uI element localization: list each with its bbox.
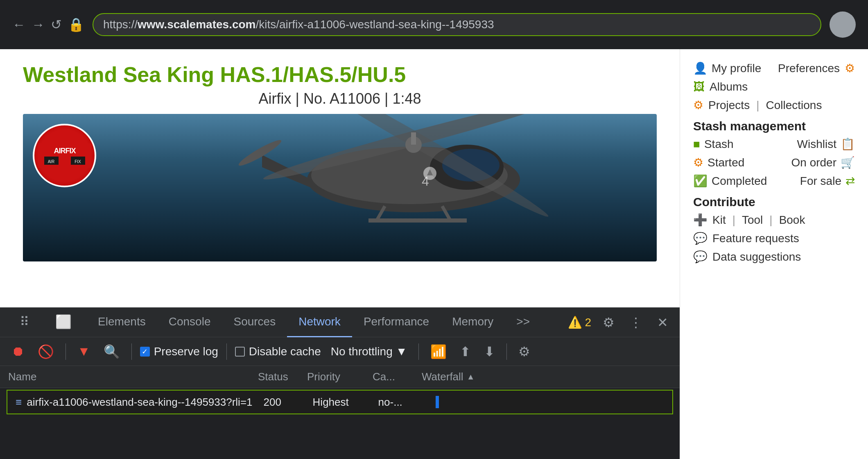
tab-performance-label: Performance xyxy=(364,315,429,328)
svg-text:AIR: AIR xyxy=(47,159,54,164)
wishlist-item: Wishlist 📋 xyxy=(797,137,855,151)
on-order-icon: 🛒 xyxy=(841,156,855,169)
tab-more-label: >> xyxy=(516,315,530,328)
svg-rect-14 xyxy=(411,132,416,145)
albums-item[interactable]: 🖼 Albums xyxy=(693,77,855,96)
throttle-arrow: ▼ xyxy=(396,345,407,358)
search-button[interactable]: 🔍 xyxy=(100,342,123,361)
user-icon: 👤 xyxy=(693,61,708,75)
url-bold-domain: www.scalemates.com xyxy=(138,18,255,31)
wishlist-icon: 📋 xyxy=(841,137,855,151)
on-order-link[interactable]: On order xyxy=(791,156,837,169)
table-row[interactable]: ≡ airfix-a11006-westland-sea-king--14959… xyxy=(7,390,673,414)
avatar[interactable] xyxy=(830,11,856,38)
toolbar-separator-1 xyxy=(66,343,66,360)
albums-icon: 🖼 xyxy=(693,80,705,93)
tab-memory[interactable]: Memory xyxy=(441,308,505,337)
feature-requests-icon: 💬 xyxy=(693,232,708,245)
devtools-settings-button[interactable]: ⚙ xyxy=(599,313,618,332)
for-sale-link[interactable]: For sale xyxy=(800,175,841,188)
warning-count: 2 xyxy=(585,316,591,329)
preserve-log-checkbox[interactable]: ✓ xyxy=(140,347,150,357)
clear-button[interactable]: 🚫 xyxy=(34,342,57,361)
forward-button[interactable]: → xyxy=(32,17,45,32)
completed-link[interactable]: Completed xyxy=(712,175,767,188)
my-profile-link[interactable]: My profile xyxy=(712,62,761,75)
started-item: ⚙ Started xyxy=(693,156,744,169)
page-header: Westland Sea King HAS.1/HAS.5/HU.5 Airfi… xyxy=(0,49,680,114)
contribute-plus-icon: ➕ xyxy=(693,213,708,227)
device-icon: ⬜ xyxy=(55,314,72,329)
table-header: Name Status Priority Ca... Waterfall ▲ xyxy=(0,366,680,388)
col-header-waterfall: Waterfall ▲ xyxy=(422,370,671,383)
airfix-logo: AIRFIX AIR FIX xyxy=(33,124,96,187)
tab-elements[interactable]: Elements xyxy=(86,308,157,337)
tab-more[interactable]: >> xyxy=(505,308,541,337)
stash-item: ■ Stash xyxy=(693,138,734,151)
devtools-toolbar: ⏺ 🚫 ▼ 🔍 ✓ Preserve log Disable cache xyxy=(0,337,680,366)
tab-console[interactable]: Console xyxy=(157,308,222,337)
disable-cache-checkbox[interactable] xyxy=(235,347,245,357)
tab-selector[interactable]: ⠿ xyxy=(8,308,44,337)
warning-icon: ⚠️ xyxy=(568,316,582,329)
network-settings-button[interactable]: ⚙ xyxy=(515,342,533,361)
filter-button[interactable]: ▼ xyxy=(74,342,94,361)
feature-requests-item[interactable]: 💬 Feature requests xyxy=(693,229,855,248)
completed-item: ✅ Completed xyxy=(693,174,767,188)
feature-requests-link: Feature requests xyxy=(712,232,799,245)
refresh-button[interactable]: ↺ xyxy=(51,17,62,32)
throttle-dropdown[interactable]: No throttling ▼ xyxy=(328,343,411,360)
selector-icon: ⠿ xyxy=(20,314,29,329)
record-button[interactable]: ⏺ xyxy=(8,342,28,361)
kit-link[interactable]: Kit xyxy=(712,214,726,227)
started-link[interactable]: Started xyxy=(708,156,744,169)
stash-wishlist-row: ■ Stash Wishlist 📋 xyxy=(693,135,855,153)
address-bar[interactable]: https://www.scalemates.com/kits/airfix-a… xyxy=(93,13,821,36)
tab-device[interactable]: ⬜ xyxy=(44,308,86,337)
back-button[interactable]: ← xyxy=(12,17,25,32)
tab-network-label: Network xyxy=(298,315,341,328)
tab-performance[interactable]: Performance xyxy=(352,308,441,337)
stash-link[interactable]: Stash xyxy=(704,138,734,151)
svg-text:AIRFIX: AIRFIX xyxy=(54,147,76,155)
preferences-row: Preferences ⚙ xyxy=(778,61,855,75)
devtools-close-button[interactable]: ✕ xyxy=(654,313,671,332)
security-icon: 🔒 xyxy=(68,17,84,32)
tool-link[interactable]: Tool xyxy=(742,214,763,227)
contribute-kit-item: ➕ Kit | Tool | Book xyxy=(693,211,855,229)
collections-link: Collections xyxy=(766,99,822,112)
tab-sources[interactable]: Sources xyxy=(222,308,287,337)
tab-elements-label: Elements xyxy=(98,315,146,328)
col-header-priority: Priority xyxy=(307,370,373,383)
wishlist-link[interactable]: Wishlist xyxy=(797,138,836,151)
devtools-more-button[interactable]: ⋮ xyxy=(626,313,646,332)
data-suggestions-icon: 💬 xyxy=(693,250,708,264)
book-link[interactable]: Book xyxy=(779,214,805,227)
preferences-link[interactable]: Preferences xyxy=(778,62,840,75)
hero-image: AIRFIX AIR FIX xyxy=(23,114,657,261)
stash-management-title: Stash management xyxy=(693,114,855,135)
gear-icon: ⚙ xyxy=(845,61,855,75)
col-header-name: Name xyxy=(8,370,258,383)
devtools-panel: ⠿ ⬜ Elements Console Sources N xyxy=(0,307,680,459)
upload-button[interactable]: ⬆ xyxy=(457,342,474,361)
row-cache: no-... xyxy=(378,396,427,409)
throttle-label: No throttling xyxy=(331,345,393,358)
wifi-button[interactable]: 📶 xyxy=(427,342,450,361)
url-text: https://www.scalemates.com/kits/airfix-a… xyxy=(103,18,494,31)
main-content: Westland Sea King HAS.1/HAS.5/HU.5 Airfi… xyxy=(0,49,868,459)
sort-arrow-icon: ▲ xyxy=(467,372,475,382)
download-button[interactable]: ⬇ xyxy=(481,342,498,361)
data-suggestions-link: Data suggestions xyxy=(712,250,801,264)
completed-forsale-row: ✅ Completed For sale ⇄ xyxy=(693,172,855,190)
projects-collections-item[interactable]: ⚙ Projects | Collections xyxy=(693,96,855,114)
browser-chrome: ← → ↺ 🔒 https://www.scalemates.com/kits/… xyxy=(0,0,868,49)
disable-cache-label[interactable]: Disable cache xyxy=(235,345,321,358)
projects-icon: ⚙ xyxy=(693,98,703,112)
helicopter-image: 4 xyxy=(229,114,598,261)
albums-link: Albums xyxy=(710,80,748,93)
preserve-log-text: Preserve log xyxy=(154,345,218,358)
tab-network[interactable]: Network xyxy=(287,308,352,337)
preserve-log-label[interactable]: ✓ Preserve log xyxy=(140,345,218,358)
data-suggestions-item[interactable]: 💬 Data suggestions xyxy=(693,248,855,266)
